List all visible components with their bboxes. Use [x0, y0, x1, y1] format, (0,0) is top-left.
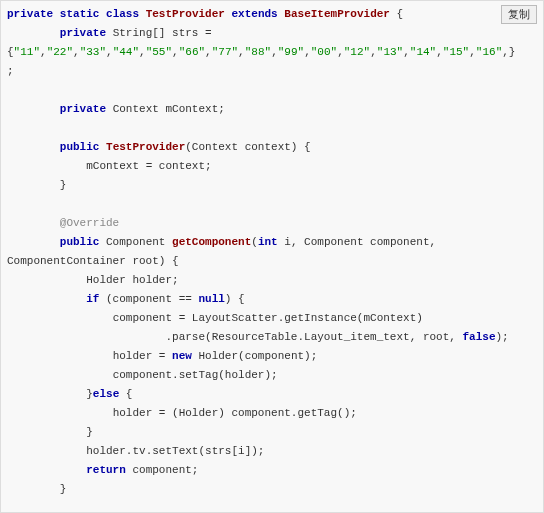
- brace-close: }: [60, 179, 67, 191]
- decl-context: Context mContext;: [106, 103, 225, 115]
- brace: {: [390, 8, 403, 20]
- kw-class: class: [106, 8, 139, 20]
- str-lit: "55": [146, 46, 172, 58]
- stmt-gettag: holder = (Holder) component.getTag();: [113, 407, 357, 419]
- kw-public: public: [60, 236, 100, 248]
- str-lit: "14": [410, 46, 436, 58]
- type-baseitemprovider: BaseItemProvider: [284, 8, 390, 20]
- str-lit: "22": [47, 46, 73, 58]
- str-lit: "16": [476, 46, 502, 58]
- kw-private: private: [60, 27, 106, 39]
- ctor-testprovider: TestProvider: [106, 141, 185, 153]
- str-lit: "11": [14, 46, 40, 58]
- code-block: private static class TestProvider extend…: [1, 1, 543, 507]
- kw-if: if: [86, 293, 99, 305]
- kw-new: new: [172, 350, 192, 362]
- stmt-assign-context: mContext = context;: [86, 160, 211, 172]
- kw-null: null: [198, 293, 224, 305]
- stmt-settag: component.setTag(holder);: [113, 369, 278, 381]
- str-lit: "66": [179, 46, 205, 58]
- kw-public: public: [60, 141, 100, 153]
- annotation-override: @Override: [60, 217, 119, 229]
- kw-else: else: [93, 388, 119, 400]
- str-lit: "00": [311, 46, 337, 58]
- kw-static: static: [60, 8, 100, 20]
- brace-close: }: [60, 483, 67, 495]
- brace-close: }: [86, 426, 93, 438]
- str-lit: "88": [245, 46, 271, 58]
- copy-button[interactable]: 复制: [501, 5, 537, 24]
- str-lit: "12": [344, 46, 370, 58]
- fn-getcomponent: getComponent: [172, 236, 251, 248]
- str-lit: "13": [377, 46, 403, 58]
- stmt-settext: holder.tv.setText(strs[i]);: [86, 445, 264, 457]
- kw-extends: extends: [232, 8, 278, 20]
- str-lit: "44": [113, 46, 139, 58]
- type-testprovider: TestProvider: [146, 8, 225, 20]
- kw-private: private: [7, 8, 53, 20]
- str-lit: "33": [80, 46, 106, 58]
- kw-private: private: [60, 103, 106, 115]
- str-lit: "77": [212, 46, 238, 58]
- lit-false: false: [463, 331, 496, 343]
- kw-int: int: [258, 236, 278, 248]
- semicolon: ;: [7, 65, 14, 77]
- str-lit: "99": [278, 46, 304, 58]
- stmt-layoutscatter: component = LayoutScatter.getInstance(mC…: [113, 312, 423, 324]
- ctor-params: (Context context) {: [185, 141, 310, 153]
- decl-holder: Holder holder;: [86, 274, 178, 286]
- str-lit: "15": [443, 46, 469, 58]
- param-root: ComponentContainer root) {: [7, 255, 179, 267]
- decl-strs: String[] strs =: [106, 27, 212, 39]
- kw-return: return: [86, 464, 126, 476]
- brace-open: {: [7, 46, 14, 58]
- copy-button-label: 复制: [508, 8, 530, 20]
